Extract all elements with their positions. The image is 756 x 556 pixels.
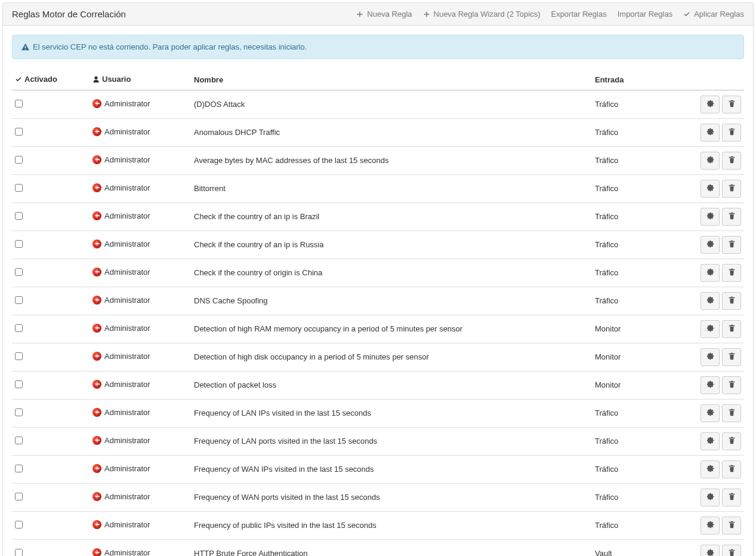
row-enabled-checkbox[interactable] (15, 521, 23, 529)
row-enabled-checkbox[interactable] (15, 380, 23, 388)
row-enabled-checkbox[interactable] (15, 212, 23, 220)
row-enabled-checkbox[interactable] (15, 100, 23, 107)
row-entry-label: Tráfico (595, 493, 618, 502)
row-settings-button[interactable] (701, 517, 720, 535)
row-delete-button[interactable] (722, 180, 741, 198)
col-header-user-label: Usuario (102, 75, 131, 84)
col-header-user[interactable]: Usuario (90, 70, 191, 90)
gear-icon (706, 296, 714, 306)
panel-body: El servicio CEP no está corriendo. Para … (3, 26, 753, 556)
row-entry-label: Tráfico (595, 521, 618, 530)
row-name-label: Check if the country of an ip is Brazil (194, 212, 319, 221)
row-delete-button[interactable] (722, 96, 741, 113)
new-rule-wizard-label: Nueva Regla Wizard (2 Topics) (434, 10, 541, 19)
row-settings-button[interactable] (701, 432, 720, 450)
row-enabled-checkbox[interactable] (15, 128, 23, 136)
row-name-label: Frequency of public IPs visited in the l… (194, 521, 377, 530)
row-delete-button[interactable] (722, 124, 741, 142)
row-enabled-checkbox[interactable] (15, 549, 23, 557)
row-delete-button[interactable] (722, 320, 741, 338)
gear-icon (706, 465, 714, 474)
row-delete-button[interactable] (722, 264, 741, 282)
col-header-entry[interactable]: Entrada (592, 70, 687, 90)
row-delete-button[interactable] (722, 348, 741, 366)
row-settings-button[interactable] (701, 489, 720, 506)
row-entry-label: Tráfico (595, 100, 618, 109)
row-enabled-checkbox[interactable] (15, 184, 23, 192)
col-header-name[interactable]: Nombre (191, 70, 592, 90)
row-delete-button[interactable] (722, 545, 741, 557)
row-user-label: Administrator (104, 464, 150, 473)
row-settings-button[interactable] (701, 180, 720, 198)
gear-icon (706, 549, 714, 557)
row-settings-button[interactable] (701, 404, 720, 422)
row-name-label: Check if the country of origin is China (194, 268, 322, 277)
row-settings-button[interactable] (701, 348, 720, 366)
row-delete-button[interactable] (722, 152, 741, 170)
row-enabled-checkbox[interactable] (15, 493, 23, 500)
row-settings-button[interactable] (701, 208, 720, 226)
row-entry-label: Tráfico (595, 212, 618, 221)
table-row: AdministratorAnomalous DHCP TrafficTráfi… (12, 118, 744, 146)
row-settings-button[interactable] (701, 264, 720, 282)
col-header-enabled-label: Activado (24, 75, 57, 84)
rules-table: Activado Usuario Nombre Entrada (12, 70, 744, 556)
table-row: AdministratorCheck if the country of an … (12, 231, 744, 259)
row-enabled-checkbox[interactable] (15, 437, 23, 444)
row-enabled-checkbox[interactable] (15, 352, 23, 360)
row-name-label: Frequency of WAN ports visited in the la… (194, 493, 380, 502)
row-delete-button[interactable] (722, 376, 741, 394)
row-entry-label: Tráfico (595, 128, 618, 137)
check-icon (15, 76, 22, 83)
row-name-label: HTTP Brute Force Authentication (194, 549, 308, 556)
row-settings-button[interactable] (701, 124, 720, 142)
row-enabled-checkbox[interactable] (15, 156, 23, 164)
row-delete-button[interactable] (722, 432, 741, 450)
table-row: Administrator(D)DOS AttackTráfico (12, 90, 744, 119)
row-enabled-checkbox[interactable] (15, 296, 23, 304)
row-delete-button[interactable] (722, 489, 741, 506)
new-rule-button[interactable]: Nueva Regla (356, 10, 412, 19)
row-name-label: Bittorrent (194, 184, 226, 193)
trash-icon (728, 493, 736, 502)
new-rule-label: Nueva Regla (367, 10, 412, 19)
row-delete-button[interactable] (722, 236, 741, 254)
gear-icon (706, 437, 714, 446)
row-enabled-checkbox[interactable] (15, 268, 23, 276)
row-settings-button[interactable] (701, 320, 720, 338)
row-settings-button[interactable] (701, 460, 720, 478)
row-settings-button[interactable] (701, 545, 720, 557)
row-delete-button[interactable] (722, 292, 741, 310)
row-settings-button[interactable] (701, 152, 720, 170)
user-avatar-icon (92, 492, 101, 501)
row-settings-button[interactable] (701, 236, 720, 254)
gear-icon (706, 268, 714, 278)
user-avatar-icon (92, 183, 101, 192)
alert-info: El servicio CEP no está corriendo. Para … (12, 35, 744, 59)
import-rules-button[interactable]: Importar Reglas (618, 10, 672, 19)
row-delete-button[interactable] (722, 460, 741, 478)
col-header-enabled[interactable]: Activado (12, 70, 90, 90)
row-settings-button[interactable] (701, 376, 720, 394)
export-rules-button[interactable]: Exportar Reglas (551, 10, 606, 19)
row-user-label: Administrator (104, 268, 150, 277)
new-rule-wizard-button[interactable]: Nueva Regla Wizard (2 Topics) (423, 10, 541, 19)
row-delete-button[interactable] (722, 517, 741, 535)
row-name-label: Anomalous DHCP Traffic (194, 128, 280, 137)
row-settings-button[interactable] (701, 292, 720, 310)
gear-icon (706, 240, 714, 250)
user-avatar-icon (92, 127, 101, 136)
row-enabled-checkbox[interactable] (15, 465, 23, 472)
row-enabled-checkbox[interactable] (15, 240, 23, 248)
row-name-label: Frequency of LAN ports visited in the la… (194, 437, 377, 446)
apply-rules-button[interactable]: Aplicar Reglas (683, 10, 744, 19)
row-delete-button[interactable] (722, 208, 741, 226)
row-enabled-checkbox[interactable] (15, 408, 23, 416)
trash-icon (728, 549, 736, 557)
row-enabled-checkbox[interactable] (15, 324, 23, 332)
row-settings-button[interactable] (701, 96, 720, 113)
user-avatar-icon (92, 408, 101, 417)
alert-link[interactable]: El servicio CEP no está corriendo. Para … (33, 42, 307, 51)
row-user-label: Administrator (104, 324, 150, 333)
row-delete-button[interactable] (722, 404, 741, 422)
